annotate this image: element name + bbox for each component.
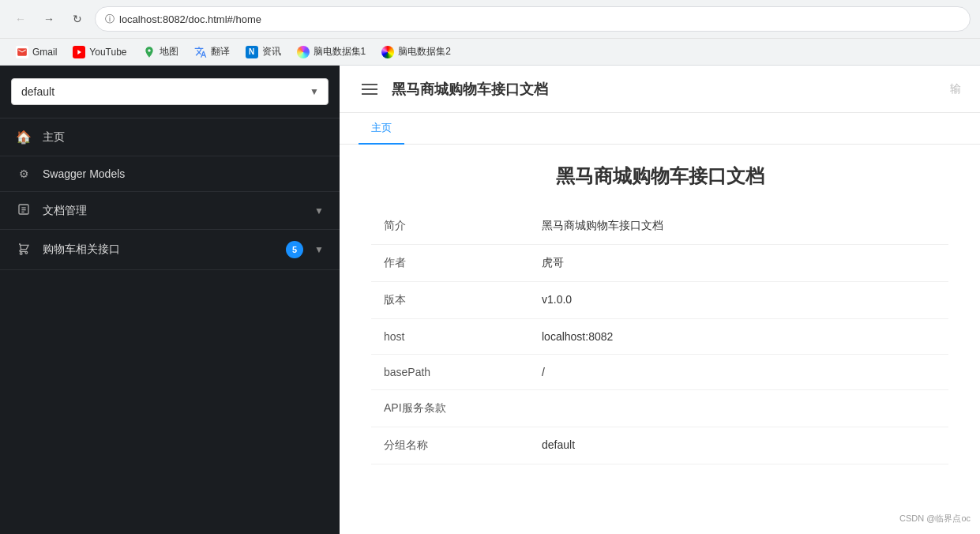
bookmark-brain1-label: 脑电数据集1 bbox=[314, 45, 366, 58]
table-row: 作者 虎哥 bbox=[371, 245, 948, 282]
table-row: API服务条款 bbox=[371, 390, 948, 427]
docs-chevron-icon: ▼ bbox=[314, 205, 324, 216]
field-label-groupname: 分组名称 bbox=[371, 427, 529, 464]
home-icon: 🏠 bbox=[16, 130, 32, 145]
sidebar-item-home[interactable]: 🏠 主页 bbox=[0, 118, 340, 156]
sidebar-item-docs-label: 文档管理 bbox=[43, 204, 303, 218]
field-value-version: v1.0.0 bbox=[529, 282, 948, 319]
table-row: 版本 v1.0.0 bbox=[371, 282, 948, 319]
back-button[interactable]: ← bbox=[9, 8, 32, 30]
sidebar-item-swagger-label: Swagger Models bbox=[43, 167, 324, 180]
main-header: 黑马商城购物车接口文档 输 bbox=[340, 66, 980, 113]
brain2-icon bbox=[381, 46, 394, 58]
address-bar[interactable]: ⓘ localhost:8082/doc.html#/home bbox=[95, 6, 971, 32]
browser-nav: ← → ↻ ⓘ localhost:8082/doc.html#/home bbox=[0, 0, 980, 38]
forward-button[interactable]: → bbox=[38, 8, 60, 30]
sidebar-item-cart-label: 购物车相关接口 bbox=[43, 243, 275, 257]
header-search-hint: 输 bbox=[950, 82, 961, 96]
sidebar-nav: 🏠 主页 ⚙ Swagger Models 文档管理 ▼ 购 bbox=[0, 118, 340, 534]
page-title: 黑马商城购物车接口文档 bbox=[392, 80, 939, 99]
news-icon: N bbox=[246, 46, 258, 58]
docs-icon bbox=[16, 203, 32, 218]
bookmark-translate-label: 翻译 bbox=[211, 45, 230, 58]
sidebar-item-swagger[interactable]: ⚙ Swagger Models bbox=[0, 156, 340, 192]
bookmark-map[interactable]: 地图 bbox=[137, 43, 185, 61]
content-area: 黑马商城购物车接口文档 简介 黑马商城购物车接口文档 作者 虎哥 版本 v1.0… bbox=[340, 145, 980, 534]
sidebar-select-wrapper: default ▼ bbox=[0, 66, 340, 118]
field-value-intro: 黑马商城购物车接口文档 bbox=[529, 208, 948, 245]
url-text: localhost:8082/doc.html#/home bbox=[119, 13, 261, 25]
field-value-basepath: / bbox=[529, 355, 948, 390]
browser-chrome: ← → ↻ ⓘ localhost:8082/doc.html#/home Gm… bbox=[0, 0, 980, 66]
translate-icon bbox=[194, 46, 207, 58]
app-container: default ▼ 🏠 主页 ⚙ Swagger Models 文档管理 bbox=[0, 66, 980, 534]
field-label-version: 版本 bbox=[371, 282, 529, 319]
field-value-author: 虎哥 bbox=[529, 245, 948, 282]
field-value-terms bbox=[529, 390, 948, 427]
cart-icon bbox=[16, 243, 32, 258]
brain1-icon bbox=[297, 46, 310, 58]
watermark: CSDN @临界点oc bbox=[899, 513, 971, 525]
cart-chevron-icon: ▼ bbox=[314, 244, 324, 255]
map-icon bbox=[143, 46, 156, 58]
bookmark-youtube[interactable]: YouTube bbox=[66, 43, 133, 61]
bookmarks-bar: Gmail YouTube 地图 翻译 N 资讯 bbox=[0, 38, 980, 65]
refresh-button[interactable]: ↻ bbox=[66, 8, 88, 30]
youtube-icon bbox=[73, 46, 85, 58]
table-row: 分组名称 default bbox=[371, 427, 948, 464]
table-row: host localhost:8082 bbox=[371, 319, 948, 355]
bookmark-map-label: 地图 bbox=[160, 45, 178, 58]
bookmark-brain2[interactable]: 脑电数据集2 bbox=[375, 43, 457, 61]
table-row: basePath / bbox=[371, 355, 948, 390]
bookmark-translate[interactable]: 翻译 bbox=[188, 43, 236, 61]
bookmark-brain2-label: 脑电数据集2 bbox=[398, 45, 451, 58]
menu-icon[interactable] bbox=[359, 81, 381, 98]
doc-title: 黑马商城购物车接口文档 bbox=[371, 164, 948, 189]
field-label-intro: 简介 bbox=[371, 208, 529, 245]
sidebar-select[interactable]: default bbox=[11, 78, 329, 105]
swagger-icon: ⚙ bbox=[16, 167, 32, 180]
bookmark-youtube-label: YouTube bbox=[89, 47, 126, 58]
sidebar-select-container: default ▼ bbox=[11, 78, 329, 105]
tab-home[interactable]: 主页 bbox=[359, 113, 404, 145]
bookmark-gmail[interactable]: Gmail bbox=[9, 43, 63, 61]
gmail-icon bbox=[16, 46, 28, 58]
table-row: 简介 黑马商城购物车接口文档 bbox=[371, 208, 948, 245]
bookmark-gmail-label: Gmail bbox=[32, 47, 57, 58]
sidebar-item-cart[interactable]: 购物车相关接口 5 ▼ bbox=[0, 230, 340, 270]
field-label-terms: API服务条款 bbox=[371, 390, 529, 427]
secure-icon: ⓘ bbox=[105, 13, 115, 26]
bookmark-brain1[interactable]: 脑电数据集1 bbox=[291, 43, 373, 61]
cart-badge: 5 bbox=[286, 241, 303, 258]
sidebar: default ▼ 🏠 主页 ⚙ Swagger Models 文档管理 bbox=[0, 66, 340, 534]
main-content: 黑马商城购物车接口文档 输 主页 黑马商城购物车接口文档 简介 黑马商城购物车接… bbox=[340, 66, 980, 534]
sidebar-item-home-label: 主页 bbox=[43, 130, 324, 145]
bookmark-news[interactable]: N 资讯 bbox=[239, 43, 287, 61]
field-value-host: localhost:8082 bbox=[529, 319, 948, 355]
info-table: 简介 黑马商城购物车接口文档 作者 虎哥 版本 v1.0.0 host loca… bbox=[371, 208, 948, 464]
sidebar-item-docs[interactable]: 文档管理 ▼ bbox=[0, 192, 340, 230]
field-label-host: host bbox=[371, 319, 529, 355]
field-label-basepath: basePath bbox=[371, 355, 529, 390]
tabs-bar: 主页 bbox=[340, 113, 980, 145]
bookmark-news-label: 资讯 bbox=[262, 45, 281, 58]
tab-home-label: 主页 bbox=[371, 122, 392, 134]
field-label-author: 作者 bbox=[371, 245, 529, 282]
field-value-groupname: default bbox=[529, 427, 948, 464]
